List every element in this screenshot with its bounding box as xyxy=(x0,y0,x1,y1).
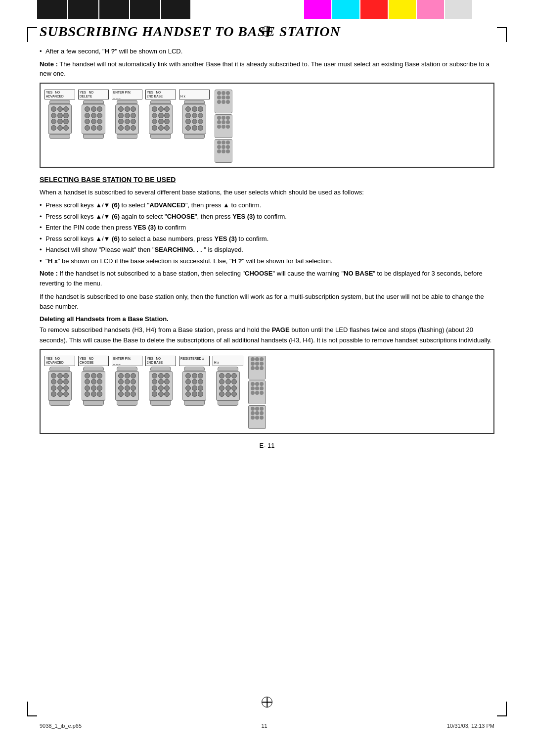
mini-phone-3 xyxy=(215,139,232,163)
phone-diag-4: YES NO 2ND BASE xyxy=(145,90,176,140)
diagram-2: YES NO ADVANCED xyxy=(40,349,494,434)
corner-mark-tl xyxy=(27,27,37,42)
stacked-phones-1 xyxy=(215,90,232,163)
bottom-crosshair xyxy=(262,697,272,709)
screen-1: YES NO ADVANCED xyxy=(44,90,75,100)
footer-right: 10/31/03, 12:13 PM xyxy=(447,723,494,729)
intro-bullets: After a few second, "H ?" will be shown … xyxy=(40,47,494,56)
phone-shape-3 xyxy=(115,100,139,139)
sub-para: To remove subscribed handsets (H3, H4) f… xyxy=(40,325,494,346)
screen2-3: ENTER PIN: _ _ _ xyxy=(112,356,142,366)
main-content: SUBSCRIBING HANDSET TO BASE STATION Afte… xyxy=(0,19,534,449)
mini-phone-1 xyxy=(215,90,232,113)
phone-shape2-5 xyxy=(182,367,206,406)
phone-diag2-3: ENTER PIN: _ _ _ xyxy=(112,356,142,406)
phone-diag2-2: YES NO CHOOSE xyxy=(78,356,109,406)
mini-phone2-1 xyxy=(248,356,266,379)
screen-4: YES NO 2ND BASE xyxy=(145,90,176,100)
screen-3: ENTER PIN: _ _ _ xyxy=(112,90,142,100)
phone-shape2-3 xyxy=(115,367,139,406)
stacked-phones-2 xyxy=(248,356,266,429)
screen2-6: H x xyxy=(213,356,243,366)
screen-5: H x xyxy=(179,90,210,100)
screen2-5: REGISTERED x xyxy=(179,356,210,366)
section-heading: SELECTING BASE STATION TO BE USED xyxy=(40,176,494,184)
note-1: Note : The handset will not automaticall… xyxy=(40,59,494,79)
phone-shape-5 xyxy=(182,100,206,139)
mini-phone2-3 xyxy=(248,405,266,429)
bullet-6: "H x" be shown on LCD if the base select… xyxy=(40,256,494,266)
footer: 9038_1_ib_e.p65 11 10/31/03, 12:13 PM xyxy=(0,723,534,729)
top-crosshair xyxy=(262,26,272,38)
phone-diag2-6: H x xyxy=(213,356,243,406)
page-number: E- 11 xyxy=(40,442,494,449)
screen2-2: YES NO CHOOSE xyxy=(78,356,109,366)
top-color-bar xyxy=(0,0,534,19)
phone-diag2-1: YES NO ADVANCED xyxy=(44,356,75,406)
mini-phone-2 xyxy=(215,114,232,138)
footer-left: 9038_1_ib_e.p65 xyxy=(40,723,82,729)
bullet-2: Press scroll keys ▲/▼ (6) again to selec… xyxy=(40,212,494,222)
phone-diag-5: H x xyxy=(179,90,210,140)
phone-diag-1: YES NO ADVANCED xyxy=(44,90,75,140)
corner-mark-br xyxy=(497,702,507,716)
phone-shape2-2 xyxy=(82,367,105,406)
phone-diag2-4: YES NO 2ND BASE xyxy=(145,356,176,406)
diagram-1: YES NO ADVANCED xyxy=(40,83,494,168)
phone-diag2-5: REGISTERED x xyxy=(179,356,210,406)
corner-mark-bl xyxy=(27,702,37,716)
screen2-4: YES NO 2ND BASE xyxy=(145,356,176,366)
sub-heading: Deleting all Handsets from a Base Statio… xyxy=(40,315,494,323)
bullet-5: Handset will show "Please wait" then "SE… xyxy=(40,245,494,255)
note-3: If the handset is subscribed to one base… xyxy=(40,292,494,311)
footer-center: 11 xyxy=(261,723,267,729)
phone-shape2-1 xyxy=(48,367,72,406)
section-bullets: Press scroll keys ▲/▼ (6) to select "ADV… xyxy=(40,200,494,266)
phone-shape-4 xyxy=(149,100,173,139)
phone-shape-1 xyxy=(48,100,72,139)
phone-shape2-4 xyxy=(149,367,173,406)
intro-bullet-1: After a few second, "H ?" will be shown … xyxy=(40,47,494,56)
bullet-4: Press scroll keys ▲/▼ (6) to select a ba… xyxy=(40,234,494,244)
corner-mark-tr xyxy=(497,27,507,42)
mini-phone2-2 xyxy=(248,380,266,404)
screen-2: YES NO DELETE xyxy=(78,90,109,100)
bullet-1: Press scroll keys ▲/▼ (6) to select "ADV… xyxy=(40,200,494,210)
phone-shape2-6 xyxy=(216,367,240,406)
note-2: Note : If the handset is not subscribed … xyxy=(40,269,494,288)
screen2-1: YES NO ADVANCED xyxy=(44,356,75,366)
bullet-3: Enter the PIN code then press YES (3) to… xyxy=(40,223,494,233)
phone-shape-2 xyxy=(82,100,105,139)
section-intro: When a handset is subscribed to several … xyxy=(40,188,494,198)
phone-diag-3: ENTER PIN: _ _ _ xyxy=(112,90,142,140)
page: SUBSCRIBING HANDSET TO BASE STATION Afte… xyxy=(0,0,534,756)
phone-diag-2: YES NO DELETE xyxy=(78,90,109,140)
